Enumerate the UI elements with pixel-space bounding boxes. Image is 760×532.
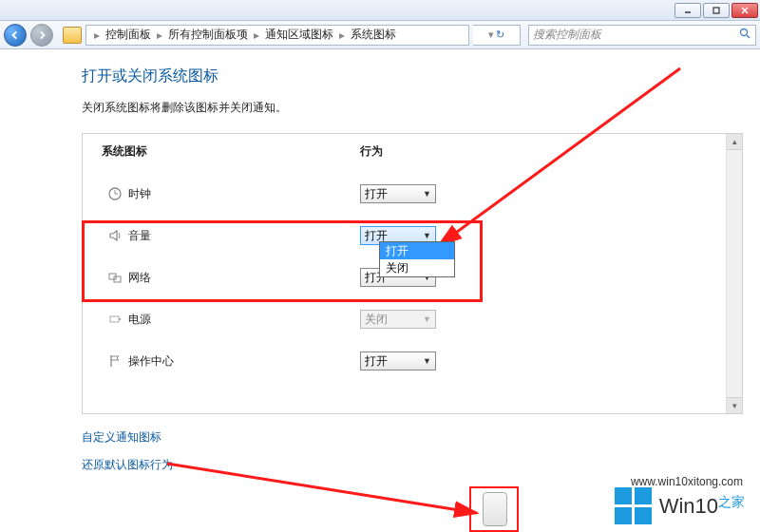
folder-icon: [63, 27, 82, 44]
scrollbar[interactable]: ▴ ▾: [726, 134, 742, 413]
breadcrumb-seg-2[interactable]: 通知区域图标: [263, 27, 335, 43]
search-input[interactable]: 搜索控制面板: [528, 25, 756, 46]
row-label: 电源: [128, 312, 360, 328]
table-row: 时钟 打开▼: [102, 173, 704, 215]
page-subtitle: 关闭系统图标将删除该图标并关闭通知。: [82, 100, 743, 116]
svg-line-5: [747, 35, 750, 38]
minimize-button[interactable]: [674, 3, 701, 18]
close-button[interactable]: [732, 3, 758, 18]
clock-icon: [102, 186, 128, 201]
forward-button[interactable]: [30, 24, 53, 47]
breadcrumb-seg-3[interactable]: 系统图标: [349, 27, 398, 43]
power-icon: [102, 312, 128, 327]
row-label: 操作中心: [128, 353, 360, 370]
network-icon: [102, 270, 128, 285]
row-label: 网络: [128, 270, 360, 286]
table-row: 操作中心 打开▼: [102, 340, 704, 382]
scroll-down-icon[interactable]: ▾: [727, 397, 742, 413]
window-titlebar: [0, 0, 760, 21]
behavior-combo-power: 关闭▼: [360, 310, 436, 329]
column-header-behavior: 行为: [360, 143, 550, 160]
icons-panel: ▴ ▾ 系统图标 行为 时钟 打开▼ 音量 打开▼ 网络 打开▼: [82, 133, 743, 414]
page-title: 打开或关闭系统图标: [82, 66, 743, 86]
link-restore-defaults[interactable]: 还原默认图标行为: [82, 457, 743, 473]
row-label: 音量: [128, 228, 360, 244]
navigation-bar: ▸ 控制面板▸ 所有控制面板项▸ 通知区域图标▸ 系统图标 ▾↻ 搜索控制面板: [0, 21, 760, 49]
behavior-combo-actioncenter[interactable]: 打开▼: [360, 352, 436, 370]
column-header-icon: 系统图标: [102, 143, 360, 160]
scroll-up-icon[interactable]: ▴: [727, 134, 742, 150]
windows-logo-icon: [615, 487, 652, 524]
svg-rect-1: [713, 8, 719, 13]
svg-rect-12: [119, 318, 121, 320]
back-button[interactable]: [4, 24, 27, 47]
row-label: 时钟: [128, 186, 360, 202]
table-row: 电源 关闭▼: [102, 298, 704, 340]
link-customize-icons[interactable]: 自定义通知图标: [82, 429, 743, 446]
maximize-button[interactable]: [703, 3, 730, 18]
ok-button-cropped[interactable]: [483, 492, 507, 526]
flag-icon: [102, 353, 128, 369]
behavior-combo-clock[interactable]: 打开▼: [360, 184, 436, 203]
svg-point-4: [741, 28, 748, 35]
watermark: Win10之家: [615, 487, 745, 524]
watermark-url: www.win10xitong.com: [631, 475, 743, 488]
behavior-dropdown[interactable]: 打开 关闭: [379, 241, 455, 277]
content-area: 打开或关闭系统图标 关闭系统图标将删除该图标并关闭通知。 ▴ ▾ 系统图标 行为…: [0, 49, 760, 532]
search-icon: [739, 28, 751, 43]
dropdown-option-close[interactable]: 关闭: [380, 259, 454, 276]
refresh-button[interactable]: ▾↻: [473, 25, 521, 46]
dropdown-option-open[interactable]: 打开: [380, 242, 454, 259]
search-placeholder: 搜索控制面板: [533, 27, 601, 43]
breadcrumb-seg-0[interactable]: 控制面板: [104, 27, 153, 43]
svg-rect-11: [110, 316, 119, 322]
volume-icon: [102, 228, 128, 243]
breadcrumb[interactable]: ▸ 控制面板▸ 所有控制面板项▸ 通知区域图标▸ 系统图标: [86, 25, 469, 46]
breadcrumb-seg-1[interactable]: 所有控制面板项: [166, 27, 250, 43]
